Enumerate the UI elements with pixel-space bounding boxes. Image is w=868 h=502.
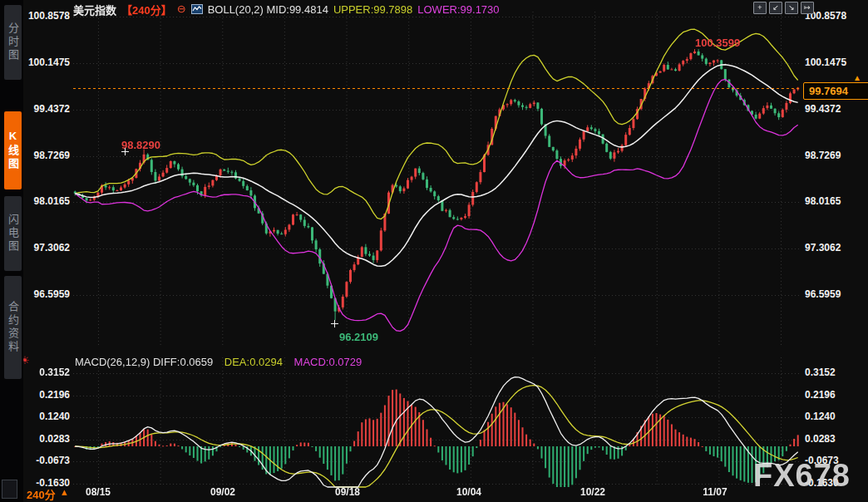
boll-mid-readout: BOLL(20,2) MID:99.4814 (208, 3, 328, 16)
price-tick-label: 100.8578 (805, 10, 866, 22)
macd-tick-label: -0.0673 (20, 455, 70, 466)
macd-dea-readout: DEA:0.0294 (224, 356, 283, 368)
price-chart-canvas[interactable] (73, 0, 800, 352)
macd-chart-canvas[interactable] (73, 352, 800, 490)
macd-tick-label: 0.0283 (20, 433, 70, 445)
footer-period-selector[interactable]: 240分 (27, 486, 56, 502)
price-tick-label: 98.0165 (805, 195, 866, 207)
macd-tick-label: 0.3152 (805, 367, 866, 378)
sidebar-tab-time-chart[interactable]: 分时图 (4, 5, 22, 80)
sidebar-tab-contract-info[interactable]: 合约资料 (4, 276, 22, 379)
macd-tick-label: 0.2196 (805, 389, 866, 401)
boll-lower-readout: LOWER:99.1730 (417, 3, 499, 16)
symbol-title: 美元指数 (73, 2, 116, 17)
macd-tick-label: 0.1240 (20, 411, 70, 422)
price-tick-label: 100.8578 (23, 10, 70, 22)
macd-diff-readout: MACD(26,12,9) DIFF:0.0659 (75, 356, 213, 368)
x-axis-date: 11/07 (696, 486, 734, 498)
collapse-indicator-icon[interactable]: ⊖ (177, 4, 186, 14)
price-tick-label: 97.3062 (23, 242, 70, 253)
x-axis-date: 10/04 (450, 486, 488, 498)
price-tick-label: 99.4372 (23, 103, 70, 115)
price-tick-label: 97.3062 (805, 242, 866, 253)
period-label: 【240分】 (121, 2, 172, 17)
price-tick-label: 98.7269 (23, 150, 70, 161)
price-tick-label: 96.5959 (23, 288, 70, 300)
macd-readout: MACD:0.0729 (294, 356, 362, 368)
price-tick-label: 100.1475 (23, 57, 70, 68)
macd-tick-label: 0.0283 (805, 433, 866, 445)
chart-type-icon[interactable] (191, 4, 203, 14)
pan-crosshair-icon[interactable]: + (753, 2, 767, 14)
anchor-bottom-right-icon[interactable]: ↘ (785, 2, 798, 14)
sidebar: 分时图 K线图 闪电图 合约资料 (0, 0, 23, 502)
fx678-watermark: FX678 (753, 458, 851, 494)
boll-upper-readout: UPPER:99.7898 (333, 3, 412, 16)
price-tick-label: 100.1475 (805, 57, 866, 68)
sidebar-corner-box (2, 480, 17, 499)
chart-header: 美元指数 【240分】 ⊖ BOLL(20,2) MID:99.4814 UPP… (73, 2, 500, 16)
footer-period-arrow-icon[interactable]: ▲ (60, 487, 69, 497)
x-axis-date: 10/22 (574, 486, 612, 498)
sidebar-tab-flash-chart[interactable]: 闪电图 (4, 196, 22, 271)
swing-low-marker-cross (331, 320, 338, 327)
peak-annotation: 100.3599 (695, 37, 740, 49)
price-tick-label: 98.7269 (805, 150, 866, 161)
price-tick-label: 96.5959 (805, 288, 866, 300)
pan-right-icon[interactable]: ↦ (801, 2, 814, 14)
current-price-tag: 99.7694 (803, 82, 868, 100)
macd-header: MACD(26,12,9) DIFF:0.0659 DEA:0.0294 MAC… (75, 356, 362, 368)
price-tag-arrow-icon: ▲ (853, 73, 861, 82)
macd-tick-label: 0.1240 (805, 411, 866, 422)
swing-high-marker-cross (121, 148, 129, 155)
chart-toolbar: + ↙ ↘ ↦ (753, 2, 814, 14)
price-tick-label: 98.0165 (23, 195, 70, 207)
macd-tick-label: 0.2196 (20, 389, 70, 401)
x-axis-date: 09/18 (328, 486, 367, 498)
macd-tick-label: 0.3152 (20, 367, 70, 378)
x-axis-date: 09/02 (204, 486, 242, 498)
swing-low-annotation: 96.2109 (339, 331, 378, 343)
price-tick-label: 99.4372 (805, 103, 866, 115)
sidebar-tab-candle-chart[interactable]: K线图 (4, 111, 22, 189)
anchor-bottom-left-icon[interactable]: ↙ (769, 2, 782, 14)
x-axis-date: 08/15 (79, 486, 117, 498)
